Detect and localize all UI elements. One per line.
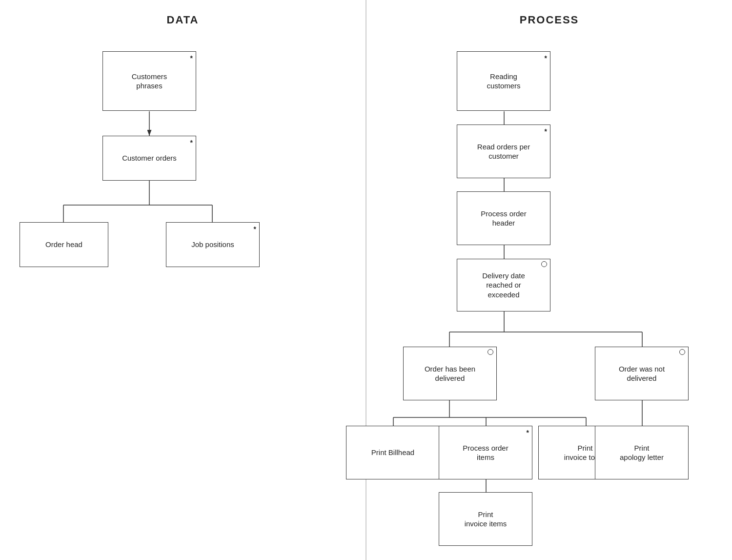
read-orders-label: Read orders percustomer xyxy=(477,142,530,161)
process-order-items-marker: * xyxy=(527,428,529,437)
process-panel: PROCESS xyxy=(366,0,732,560)
customer-orders-label: Customer orders xyxy=(122,153,177,163)
customer-orders-marker: * xyxy=(190,138,193,147)
process-order-header-node: Process orderheader xyxy=(457,191,550,245)
order-head-label: Order head xyxy=(45,240,82,249)
print-billhead-node: Print Billhead xyxy=(346,426,440,479)
delivery-date-circle xyxy=(541,261,547,267)
print-invoice-items-label: Printinvoice items xyxy=(465,510,507,529)
order-delivered-circle xyxy=(488,349,493,355)
print-apology-letter-label: Printapology letter xyxy=(620,443,664,462)
customer-orders-node: Customer orders * xyxy=(102,136,196,181)
reading-customers-label: Readingcustomers xyxy=(487,72,520,91)
data-panel: DATA Customersphrases * Cu xyxy=(0,0,366,560)
diagram-container: DATA Customersphrases * Cu xyxy=(0,0,732,560)
order-not-delivered-node: Order was notdelivered xyxy=(595,347,689,400)
process-title: PROCESS xyxy=(366,14,732,26)
print-invoice-items-node: Printinvoice items xyxy=(439,492,532,546)
job-positions-label: Job positions xyxy=(191,240,234,249)
read-orders-marker: * xyxy=(545,127,547,136)
job-positions-node: Job positions * xyxy=(166,222,260,267)
order-not-delivered-circle xyxy=(679,349,685,355)
job-positions-marker: * xyxy=(254,225,256,233)
delivery-date-label: Delivery datereached orexceeded xyxy=(482,271,525,300)
reading-customers-marker: * xyxy=(545,54,547,62)
data-title: DATA xyxy=(0,14,366,26)
print-apology-letter-node: Printapology letter xyxy=(595,426,689,479)
customers-phrases-marker: * xyxy=(190,54,193,62)
order-head-node: Order head xyxy=(20,222,108,267)
delivery-date-node: Delivery datereached orexceeded xyxy=(457,259,550,311)
process-order-header-label: Process orderheader xyxy=(481,209,526,228)
read-orders-node: Read orders percustomer * xyxy=(457,124,550,178)
process-order-items-node: Process orderitems * xyxy=(439,426,532,479)
reading-customers-node: Readingcustomers * xyxy=(457,51,550,111)
customers-phrases-label: Customersphrases xyxy=(132,72,167,91)
order-delivered-label: Order has beendelivered xyxy=(425,364,475,383)
process-order-items-label: Process orderitems xyxy=(463,443,508,462)
order-delivered-node: Order has beendelivered xyxy=(403,347,497,400)
print-billhead-label: Print Billhead xyxy=(371,448,414,457)
order-not-delivered-label: Order was notdelivered xyxy=(619,364,665,383)
customers-phrases-node: Customersphrases * xyxy=(102,51,196,111)
